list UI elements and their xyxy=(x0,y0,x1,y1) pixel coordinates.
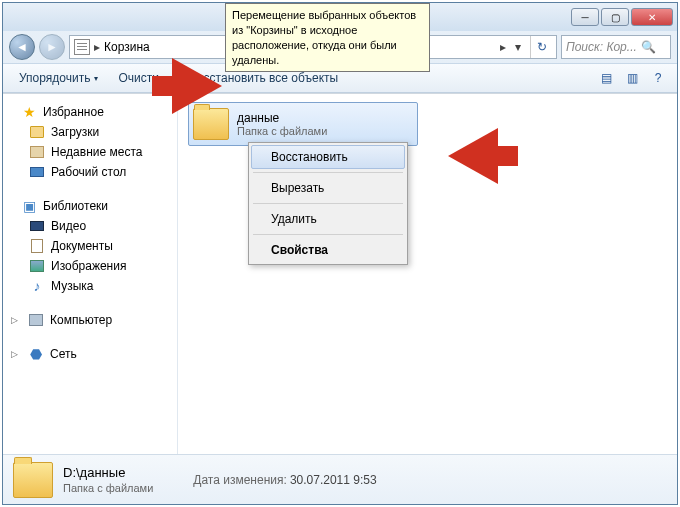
libraries-label: Библиотеки xyxy=(43,199,108,213)
breadcrumb-sep-icon[interactable]: ▸ xyxy=(500,40,506,54)
help-button[interactable]: ? xyxy=(647,67,669,89)
refresh-button[interactable]: ↻ xyxy=(530,36,552,58)
file-subtitle: Папка с файлами xyxy=(237,125,327,137)
file-name: данные xyxy=(237,111,327,125)
sidebar-item-label: Изображения xyxy=(51,259,126,273)
status-meta-label: Дата изменения: xyxy=(193,473,287,487)
explorer-window: ─ ▢ ✕ ◄ ► ▸ Корзина ▸ ▾ ↻ Поиск: Кор... … xyxy=(2,2,678,505)
search-icon: 🔍 xyxy=(641,40,656,54)
context-menu: Восстановить Вырезать Удалить Свойства xyxy=(248,142,408,265)
content-pane[interactable]: данные Папка с файлами Восстановить Выре… xyxy=(178,94,677,454)
sidebar-item-images[interactable]: Изображения xyxy=(7,256,173,276)
video-icon xyxy=(30,221,44,231)
organize-button[interactable]: Упорядочить ▾ xyxy=(11,67,106,89)
sidebar-item-label: Рабочий стол xyxy=(51,165,126,179)
sidebar-favorites-header[interactable]: ★Избранное xyxy=(7,102,173,122)
body: ★Избранное Загрузки Недавние места Рабоч… xyxy=(3,93,677,454)
sidebar-item-label: Недавние места xyxy=(51,145,142,159)
status-subtitle: Папка с файлами xyxy=(63,482,153,494)
address-dropdown-icon[interactable]: ▾ xyxy=(510,40,526,54)
breadcrumb-sep-icon: ▸ xyxy=(94,40,100,54)
file-item-selected[interactable]: данные Папка с файлами xyxy=(188,102,418,146)
favorites-label: Избранное xyxy=(43,105,104,119)
sidebar-network-header[interactable]: ▷⬣Сеть xyxy=(7,344,173,364)
maximize-button[interactable]: ▢ xyxy=(601,8,629,26)
documents-icon xyxy=(31,239,43,253)
context-separator xyxy=(253,172,403,173)
star-icon: ★ xyxy=(21,104,37,120)
sidebar-computer-header[interactable]: ▷Компьютер xyxy=(7,310,173,330)
chevron-down-icon: ▾ xyxy=(94,74,98,83)
status-path: D:\данные xyxy=(63,465,153,480)
file-text: данные Папка с файлами xyxy=(237,111,327,137)
sidebar-computer: ▷Компьютер xyxy=(7,310,173,330)
window-controls: ─ ▢ ✕ xyxy=(571,8,673,26)
network-label: Сеть xyxy=(50,347,77,361)
sidebar-network: ▷⬣Сеть xyxy=(7,344,173,364)
context-separator xyxy=(253,234,403,235)
back-button[interactable]: ◄ xyxy=(9,34,35,60)
sidebar-item-music[interactable]: ♪Музыка xyxy=(7,276,173,296)
sidebar-item-label: Загрузки xyxy=(51,125,99,139)
sidebar-item-desktop[interactable]: Рабочий стол xyxy=(7,162,173,182)
annotation-arrow xyxy=(172,58,222,114)
sidebar-item-video[interactable]: Видео xyxy=(7,216,173,236)
close-button[interactable]: ✕ xyxy=(631,8,673,26)
sidebar-item-label: Музыка xyxy=(51,279,93,293)
minimize-button[interactable]: ─ xyxy=(571,8,599,26)
sidebar-favorites: ★Избранное Загрузки Недавние места Рабоч… xyxy=(7,102,173,182)
context-delete[interactable]: Удалить xyxy=(251,207,405,231)
organize-label: Упорядочить xyxy=(19,71,90,85)
images-icon xyxy=(30,260,44,272)
sidebar-item-label: Документы xyxy=(51,239,113,253)
sidebar-item-recent[interactable]: Недавние места xyxy=(7,142,173,162)
recent-icon xyxy=(30,146,44,158)
sidebar-libraries: ▣Библиотеки Видео Документы Изображения … xyxy=(7,196,173,296)
status-meta-value: 30.07.2011 9:53 xyxy=(290,473,377,487)
sidebar-item-documents[interactable]: Документы xyxy=(7,236,173,256)
context-separator xyxy=(253,203,403,204)
expand-icon: ▷ xyxy=(11,315,18,325)
sidebar-item-downloads[interactable]: Загрузки xyxy=(7,122,173,142)
annotation-arrow xyxy=(448,128,498,184)
search-input[interactable]: Поиск: Кор... 🔍 xyxy=(561,35,671,59)
downloads-icon xyxy=(30,126,44,138)
computer-label: Компьютер xyxy=(50,313,112,327)
computer-icon xyxy=(29,314,43,326)
context-properties[interactable]: Свойства xyxy=(251,238,405,262)
recycle-bin-icon xyxy=(74,39,90,55)
status-meta: Дата изменения: 30.07.2011 9:53 xyxy=(193,473,376,487)
network-icon: ⬣ xyxy=(28,346,44,362)
sidebar-item-label: Видео xyxy=(51,219,86,233)
desktop-icon xyxy=(30,167,44,177)
context-restore[interactable]: Восстановить xyxy=(251,145,405,169)
sidebar: ★Избранное Загрузки Недавние места Рабоч… xyxy=(3,94,178,454)
folder-icon xyxy=(13,462,53,498)
tooltip: Перемещение выбранных объектов из "Корзи… xyxy=(225,3,430,72)
libraries-icon: ▣ xyxy=(21,198,37,214)
status-bar: D:\данные Папка с файлами Дата изменения… xyxy=(3,454,677,504)
forward-button[interactable]: ► xyxy=(39,34,65,60)
sidebar-libraries-header[interactable]: ▣Библиотеки xyxy=(7,196,173,216)
context-cut[interactable]: Вырезать xyxy=(251,176,405,200)
view-button[interactable]: ▤ xyxy=(595,67,617,89)
search-placeholder: Поиск: Кор... xyxy=(566,40,637,54)
preview-pane-button[interactable]: ▥ xyxy=(621,67,643,89)
status-text: D:\данные Папка с файлами xyxy=(63,465,153,494)
expand-icon: ▷ xyxy=(11,349,18,359)
music-icon: ♪ xyxy=(29,278,45,294)
